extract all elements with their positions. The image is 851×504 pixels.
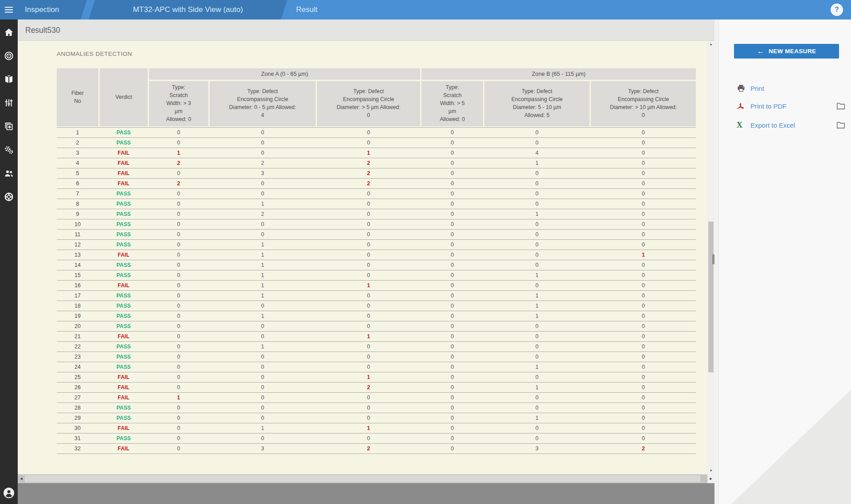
zone-value-cell: 0 — [210, 434, 316, 443]
verdict-cell: PASS — [100, 311, 148, 321]
home-icon[interactable] — [4, 27, 14, 38]
vertical-scrollbar[interactable]: ▲ ▼ — [707, 41, 714, 474]
zone-value-cell: 0 — [591, 179, 696, 188]
vertical-scrollbar-thumb[interactable] — [708, 222, 714, 372]
zone-value-cell: 0 — [591, 383, 696, 392]
zone-value-cell: 0 — [210, 352, 316, 362]
tab-measure[interactable]: MT32-APC with Side View (auto) — [133, 0, 243, 20]
zone-value-cell: 0 — [422, 444, 483, 453]
fiber-no-cell: 25 — [57, 372, 98, 382]
zone-value-cell: 0 — [422, 240, 483, 250]
zone-a-col-scratch: Type: Scratch Width: > 3 µm Allowed: 0 — [149, 81, 208, 126]
action-print-to-pdf[interactable]: Print to PDF — [737, 101, 847, 111]
horizontal-scrollbar[interactable]: ◀ — [18, 474, 707, 483]
table-row: 26FAIL002010 — [57, 383, 696, 393]
zone-value-cell: 0 — [484, 199, 589, 209]
zone-value-cell: 0 — [149, 352, 208, 362]
fiber-no-cell: 7 — [57, 189, 98, 199]
sliders-icon[interactable] — [4, 98, 14, 108]
verdict-cell: PASS — [100, 352, 148, 362]
scroll-up-arrow-icon[interactable]: ▲ — [707, 41, 714, 48]
zone-value-cell: 1 — [149, 148, 208, 158]
tab-inspection[interactable]: Inspection — [25, 0, 59, 20]
action-print[interactable]: Print — [737, 83, 847, 94]
fiber-no-cell: 20 — [57, 321, 98, 331]
zone-value-cell: 0 — [210, 128, 316, 137]
new-measure-button[interactable]: ← NEW MEASURE — [734, 44, 839, 59]
left-sidebar — [0, 20, 18, 504]
fiber-no-cell: 31 — [57, 434, 98, 443]
tab-measure-segment[interactable]: MT32-APC with Side View (auto) — [89, 0, 287, 20]
zone-value-cell: 1 — [210, 311, 316, 321]
table-row: 14PASS010000 — [57, 260, 696, 270]
pdf-icon — [737, 102, 746, 110]
zone-value-cell: 3 — [484, 444, 589, 453]
verdict-cell: PASS — [100, 342, 148, 352]
inspection-app-window: { "topbar": { "menu_icon": "hamburger-ic… — [0, 0, 851, 504]
target-icon[interactable] — [4, 51, 14, 61]
verdict-cell: PASS — [100, 128, 148, 137]
zone-value-cell: 0 — [210, 372, 316, 382]
zone-value-cell: 1 — [210, 250, 316, 260]
action-export-to-excel[interactable]: XExport to Excel — [737, 120, 847, 130]
zone-value-cell: 0 — [149, 168, 208, 178]
tab-result[interactable]: Result — [296, 0, 317, 20]
folder-icon[interactable] — [836, 120, 846, 130]
zone-value-cell: 1 — [317, 281, 420, 290]
zone-value-cell: 0 — [422, 393, 483, 402]
verdict-cell: FAIL — [100, 250, 148, 260]
fiber-no-cell: 29 — [57, 413, 98, 423]
zone-value-cell: 1 — [210, 260, 316, 270]
support-wheel-icon[interactable] — [4, 191, 14, 202]
zone-value-cell: 0 — [149, 209, 208, 219]
horizontal-scrollbar-thumb[interactable] — [25, 475, 700, 482]
zone-value-cell: 0 — [422, 270, 483, 280]
scroll-left-arrow-icon[interactable]: ◀ — [18, 474, 25, 483]
table-row: 16FAIL011000 — [57, 281, 696, 291]
gears-icon[interactable] — [4, 145, 14, 155]
verdict-cell: PASS — [100, 403, 148, 413]
zone-value-cell: 0 — [591, 281, 696, 290]
zone-value-cell: 0 — [317, 321, 420, 331]
zone-value-cell: 0 — [149, 342, 208, 352]
arrow-left-icon: ← — [757, 47, 765, 55]
help-icon[interactable]: ? — [831, 4, 843, 16]
zone-a-col-defect-small: Type: Defect Encompassing Circle Diamete… — [210, 81, 316, 126]
tab-inspection-segment[interactable]: Inspection — [0, 0, 87, 20]
zone-value-cell: 1 — [210, 423, 316, 433]
account-icon[interactable] — [3, 487, 15, 499]
zone-value-cell: 0 — [149, 423, 208, 433]
zone-a-col-defect-large: Type: Defect Encompassing Circle Diamete… — [317, 81, 420, 126]
zone-value-cell: 0 — [484, 342, 589, 352]
zone-value-cell: 0 — [484, 352, 589, 362]
users-icon[interactable] — [4, 168, 14, 179]
verdict-cell: PASS — [100, 138, 148, 148]
zone-value-cell: 0 — [484, 403, 589, 413]
gallery-settings-icon[interactable] — [4, 121, 14, 132]
fiber-no-cell: 28 — [57, 403, 98, 413]
scroll-right-arrow-icon[interactable]: ▶ — [707, 474, 714, 483]
table-row: 25FAIL001000 — [57, 372, 696, 383]
zone-value-cell: 0 — [317, 352, 420, 362]
fiber-no-header: Fiber No — [57, 68, 98, 126]
hamburger-icon[interactable] — [4, 5, 14, 15]
zone-value-cell: 0 — [591, 240, 696, 250]
verdict-cell: FAIL — [100, 158, 148, 168]
zone-value-cell: 0 — [484, 281, 589, 290]
zone-value-cell: 0 — [422, 281, 483, 290]
zone-value-cell: 0 — [317, 230, 420, 239]
fiber-no-cell: 6 — [57, 179, 98, 188]
scroll-down-arrow-icon[interactable]: ▼ — [707, 467, 714, 474]
zone-value-cell: 0 — [317, 209, 420, 219]
zone-value-cell: 0 — [591, 372, 696, 382]
table-row: 31PASS000000 — [57, 434, 696, 444]
zone-value-cell: 0 — [149, 260, 208, 270]
zone-value-cell: 0 — [484, 321, 589, 331]
folder-icon[interactable] — [836, 101, 846, 111]
zone-value-cell: 0 — [422, 362, 483, 372]
book-icon[interactable] — [4, 74, 14, 85]
bottom-status-area — [18, 483, 714, 504]
fiber-no-cell: 5 — [57, 168, 98, 178]
table-row: 32FAIL032032 — [57, 444, 696, 454]
result-content: ANOMALIES DETECTION Fiber No Verdict Zon… — [18, 41, 707, 474]
